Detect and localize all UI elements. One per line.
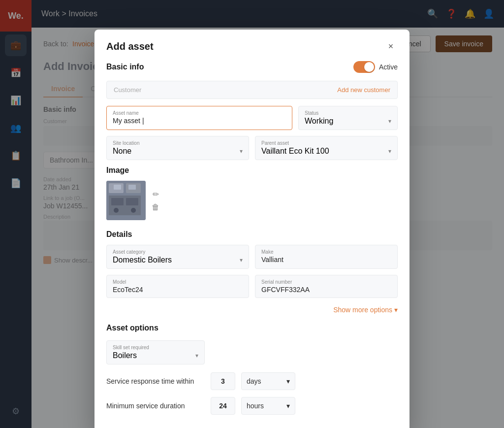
show-more-chevron-icon: ▾	[394, 306, 398, 314]
modal-header: Add asset ×	[94, 30, 410, 61]
status-chevron-icon: ▾	[388, 118, 391, 125]
min-duration-number[interactable]: 24	[211, 397, 235, 415]
min-duration-unit-chevron-icon: ▾	[286, 402, 290, 410]
svg-rect-5	[126, 198, 138, 205]
asset-image-thumbnail	[106, 181, 146, 220]
basic-info-header: Basic info Active	[106, 61, 398, 73]
skill-set-label: Skill set required	[113, 345, 198, 350]
details-section: Details Asset category Domestic Boilers …	[106, 230, 398, 298]
site-location-label: Site location	[113, 140, 243, 146]
parent-asset-label: Parent asset	[261, 140, 391, 146]
show-more-options[interactable]: Show more options ▾	[106, 306, 398, 314]
parent-asset-field[interactable]: Parent asset Vaillant Eco Kit 100 ▾	[255, 136, 398, 160]
active-toggle[interactable]	[353, 61, 375, 73]
service-response-unit: days	[247, 377, 261, 385]
site-location-field[interactable]: Site location None ▾	[106, 136, 249, 160]
customer-placeholder: Customer	[114, 86, 141, 94]
skill-set-chevron-icon: ▾	[195, 352, 198, 359]
svg-point-7	[131, 208, 136, 213]
delete-image-button[interactable]: 🗑	[152, 203, 159, 212]
service-response-unit-chevron-icon: ▾	[286, 377, 290, 385]
model-label: Model	[113, 279, 243, 285]
category-chevron-icon: ▾	[240, 257, 243, 263]
image-area: ✏ 🗑	[106, 181, 398, 220]
toggle-knob	[364, 62, 374, 72]
add-asset-modal: Add asset × Basic info Active Customer A…	[94, 30, 410, 428]
site-parent-row: Site location None ▾ Parent asset Vailla…	[106, 136, 398, 160]
status-label: Status	[305, 110, 391, 116]
active-toggle-group: Active	[353, 61, 398, 73]
min-duration-label: Minimum service duration	[106, 402, 205, 410]
skill-set-select[interactable]: Boilers ▾	[113, 351, 198, 360]
image-section: Image	[106, 166, 398, 220]
svg-point-6	[114, 208, 119, 213]
skill-set-field[interactable]: Skill set required Boilers ▾	[106, 340, 205, 364]
parent-asset-chevron-icon: ▾	[388, 148, 391, 155]
active-toggle-label: Active	[379, 63, 398, 71]
edit-image-button[interactable]: ✏	[152, 190, 159, 199]
svg-rect-4	[111, 198, 124, 205]
basic-info-title: Basic info	[106, 63, 144, 71]
modal-body: Basic info Active Customer Add new custo…	[94, 61, 410, 428]
model-field[interactable]: Model EcoTec24	[106, 275, 249, 298]
parent-asset-value: Vaillant Eco Kit 100	[261, 147, 329, 156]
min-duration-unit: hours	[247, 402, 264, 410]
svg-rect-8	[114, 185, 121, 190]
skill-set-value: Boilers	[113, 351, 137, 360]
add-customer-link[interactable]: Add new customer	[337, 86, 390, 94]
category-label: Asset category	[113, 249, 243, 255]
customer-field[interactable]: Customer Add new customer	[106, 81, 398, 99]
asset-options-section: Asset options Skill set required Boilers…	[106, 324, 398, 415]
make-label: Make	[261, 249, 391, 255]
model-value: EcoTec24	[113, 286, 243, 294]
model-serial-row: Model EcoTec24 Serial number GFCVFF332AA	[106, 275, 398, 298]
serial-field[interactable]: Serial number GFCVFF332AA	[255, 275, 398, 298]
service-response-row: Service response time within 3 days ▾	[106, 372, 398, 390]
delete-icon: 🗑	[152, 203, 159, 211]
make-field[interactable]: Make Valliant	[255, 245, 398, 269]
site-location-value: None	[113, 147, 131, 156]
image-section-title: Image	[106, 166, 398, 175]
service-response-unit-select[interactable]: days ▾	[241, 372, 295, 390]
image-actions: ✏ 🗑	[152, 190, 159, 212]
asset-name-status-row: Asset name My asset | Status Working ▾	[106, 106, 398, 130]
modal-overlay: Add asset × Basic info Active Customer A…	[0, 0, 504, 428]
service-response-label: Service response time within	[106, 377, 205, 385]
serial-label: Serial number	[261, 279, 391, 285]
category-value: Domestic Boilers	[113, 256, 172, 264]
svg-rect-9	[128, 185, 136, 190]
serial-value: GFCVFF332AA	[261, 286, 391, 294]
category-make-row: Asset category Domestic Boilers ▾ Make V…	[106, 245, 398, 269]
category-field[interactable]: Asset category Domestic Boilers ▾	[106, 245, 249, 269]
close-button[interactable]: ×	[384, 39, 398, 53]
site-location-select[interactable]: None ▾	[113, 147, 243, 156]
parent-asset-select[interactable]: Vaillant Eco Kit 100 ▾	[261, 147, 391, 156]
site-location-chevron-icon: ▾	[240, 148, 243, 155]
asset-name-value[interactable]: My asset |	[113, 117, 286, 125]
status-value: Working	[305, 117, 333, 126]
modal-title: Add asset	[106, 41, 154, 52]
service-response-number[interactable]: 3	[211, 372, 235, 390]
asset-name-field[interactable]: Asset name My asset |	[106, 106, 292, 130]
details-title: Details	[106, 230, 398, 239]
status-field[interactable]: Status Working ▾	[298, 106, 398, 130]
edit-icon: ✏	[153, 190, 159, 198]
min-duration-row: Minimum service duration 24 hours ▾	[106, 397, 398, 415]
asset-options-title: Asset options	[106, 324, 398, 332]
category-select[interactable]: Domestic Boilers ▾	[113, 256, 243, 264]
asset-name-label: Asset name	[113, 110, 286, 116]
min-duration-unit-select[interactable]: hours ▾	[241, 397, 295, 415]
status-select[interactable]: Working ▾	[305, 117, 391, 126]
make-value: Valliant	[261, 256, 391, 263]
show-more-label: Show more options	[333, 306, 392, 314]
